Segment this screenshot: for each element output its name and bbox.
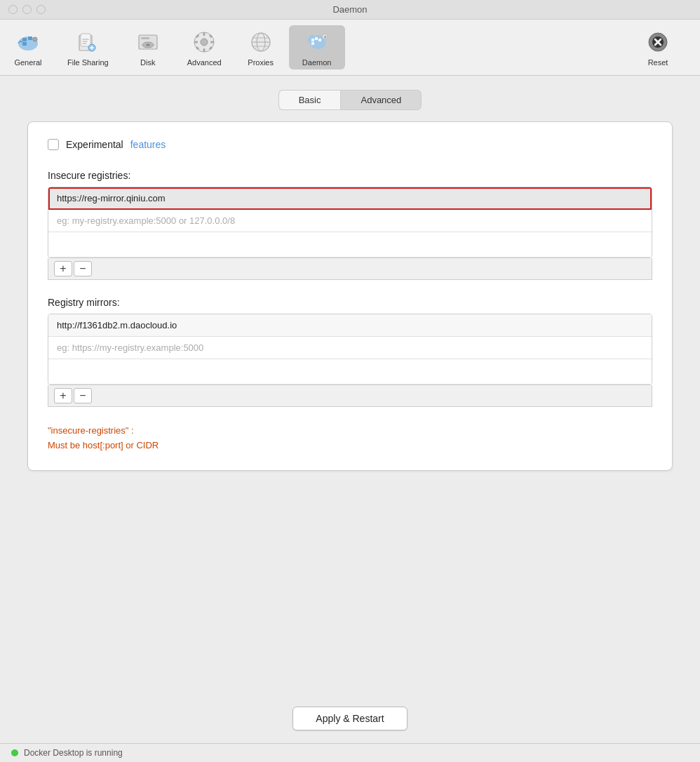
status-dot	[11, 749, 18, 756]
apply-restart-button[interactable]: Apply & Restart	[292, 707, 407, 730]
traffic-buttons	[8, 5, 46, 14]
toolbar-reset[interactable]: Reset	[630, 25, 686, 69]
svg-rect-3	[22, 42, 27, 46]
experimental-label: Experimental	[66, 139, 123, 150]
error-text: "insecure-registries" : Must be host[:po…	[48, 424, 652, 453]
close-button[interactable]	[8, 5, 18, 14]
svg-rect-30	[311, 42, 314, 45]
svg-rect-29	[318, 39, 321, 41]
toolbar-right: Reset	[630, 25, 700, 69]
proxies-icon	[247, 28, 275, 56]
svg-rect-16	[194, 41, 198, 44]
registry-mirrors-section: Registry mirrors: http://f1361db2.m.daoc…	[48, 297, 652, 407]
insecure-registries-add-btn[interactable]: +	[54, 261, 72, 276]
toolbar-daemon[interactable]: ✦ Daemon	[289, 25, 345, 69]
main-content: Basic Advanced Experimental features Ins…	[0, 76, 700, 694]
experimental-row: Experimental features	[48, 139, 652, 150]
toolbar-general[interactable]: General	[0, 25, 56, 69]
window-title: Daemon	[332, 4, 367, 15]
registry-mirrors-remove-btn[interactable]: −	[74, 388, 92, 403]
toolbar-file-sharing[interactable]: File Sharing	[56, 25, 120, 69]
insecure-registries-controls: + −	[48, 258, 652, 280]
toolbar-proxies[interactable]: Proxies	[233, 25, 289, 69]
title-bar: Daemon	[0, 0, 700, 20]
toolbar-disk[interactable]: Disk	[120, 25, 176, 69]
insecure-registry-placeholder: eg: my-registry.example:5000 or 127.0.0.…	[48, 210, 652, 232]
svg-rect-17	[210, 41, 214, 44]
bottom-bar: Apply & Restart	[0, 694, 700, 743]
svg-rect-28	[315, 37, 318, 40]
registry-mirrors-controls: + −	[48, 385, 652, 407]
general-label: General	[14, 58, 41, 67]
file-sharing-icon	[74, 28, 102, 56]
reset-icon	[644, 28, 672, 56]
daemon-icon: ✦	[303, 28, 331, 56]
toolbar-items: General File Sharing	[0, 25, 345, 69]
status-bar: Docker Desktop is running	[0, 743, 700, 762]
toolbar-advanced[interactable]: Advanced	[176, 25, 233, 69]
svg-text:✦: ✦	[323, 35, 327, 39]
reset-label: Reset	[648, 58, 668, 67]
insecure-registries-section: Insecure registries: https://reg-mirror.…	[48, 170, 652, 280]
registry-mirrors-label: Registry mirrors:	[48, 297, 652, 308]
toolbar: General File Sharing	[0, 20, 700, 76]
file-sharing-label: File Sharing	[67, 58, 109, 67]
insecure-registries-list: https://reg-mirror.qiniu.com eg: my-regi…	[48, 187, 652, 258]
svg-rect-15	[203, 48, 206, 52]
minimize-button[interactable]	[22, 5, 32, 14]
svg-rect-2	[28, 36, 32, 40]
insecure-registry-item-0[interactable]: https://reg-mirror.qiniu.com	[48, 187, 652, 210]
status-text: Docker Desktop is running	[24, 748, 123, 758]
tab-advanced[interactable]: Advanced	[340, 90, 422, 110]
svg-rect-1	[22, 38, 27, 41]
registry-mirrors-list: http://f1361db2.m.daocloud.io eg: https:…	[48, 314, 652, 385]
error-line2: Must be host[:port] or CIDR	[48, 439, 652, 453]
svg-point-4	[33, 37, 37, 41]
proxies-label: Proxies	[248, 58, 274, 67]
registry-mirror-item-0[interactable]: http://f1361db2.m.daocloud.io	[48, 314, 652, 337]
svg-point-13	[201, 39, 208, 46]
svg-point-10	[146, 44, 150, 46]
error-line1: "insecure-registries" :	[48, 424, 652, 439]
experimental-checkbox[interactable]	[48, 139, 59, 150]
tab-basic[interactable]: Basic	[278, 90, 341, 110]
advanced-icon	[190, 28, 218, 56]
maximize-button[interactable]	[36, 5, 46, 14]
disk-icon	[134, 28, 162, 56]
disk-label: Disk	[140, 58, 155, 67]
daemon-label: Daemon	[302, 58, 332, 67]
insecure-registries-remove-btn[interactable]: −	[74, 261, 92, 276]
svg-rect-14	[203, 32, 206, 36]
insecure-registries-label: Insecure registries:	[48, 170, 652, 181]
general-icon	[14, 28, 42, 56]
svg-rect-27	[311, 39, 314, 41]
advanced-label: Advanced	[187, 58, 222, 67]
svg-rect-6	[81, 34, 90, 46]
settings-panel: Experimental features Insecure registrie…	[27, 121, 673, 471]
registry-mirror-placeholder: eg: https://my-registry.example:5000	[48, 337, 652, 359]
svg-rect-11	[141, 37, 149, 39]
tab-bar: Basic Advanced	[278, 90, 422, 110]
registry-mirrors-add-btn[interactable]: +	[54, 388, 72, 403]
features-link[interactable]: features	[130, 139, 166, 150]
